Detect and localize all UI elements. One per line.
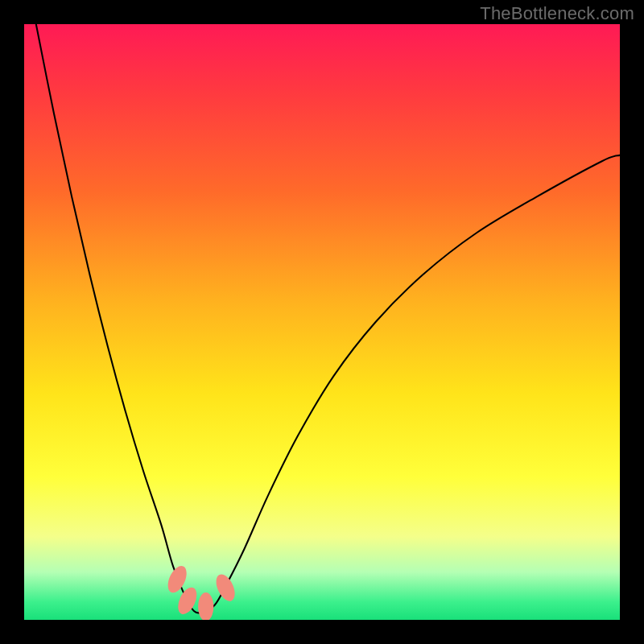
attribution-label: TheBottleneck.com <box>480 3 634 24</box>
highlight-marker <box>198 592 213 620</box>
plot-area <box>24 24 620 620</box>
bottleneck-chart <box>24 24 620 620</box>
gradient-background <box>24 24 620 620</box>
chart-frame: TheBottleneck.com <box>0 0 644 644</box>
